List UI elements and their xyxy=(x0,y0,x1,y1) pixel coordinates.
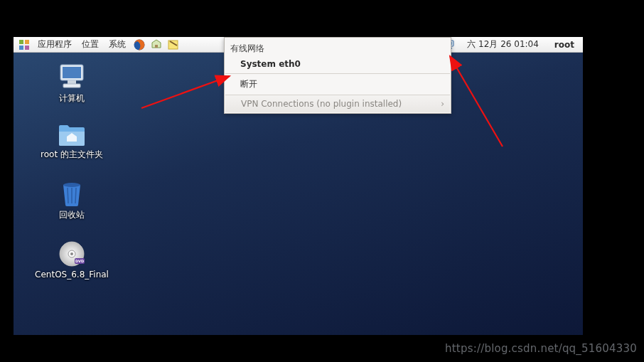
notes-icon[interactable] xyxy=(166,38,181,52)
menu-places[interactable]: 位置 xyxy=(77,38,103,50)
svg-rect-1 xyxy=(25,40,29,44)
svg-point-20 xyxy=(70,252,73,255)
desktop-trash[interactable]: 回收站 xyxy=(22,179,122,221)
desktop-trash-label: 回收站 xyxy=(59,209,85,221)
desktop-disc-label: CentOS_6.8_Final xyxy=(35,270,109,280)
nm-wired-header: 有线网络 xyxy=(225,40,451,56)
trash-icon xyxy=(59,179,85,208)
desktop-area: 应用程序 位置 系统 xyxy=(14,37,583,335)
svg-point-16 xyxy=(63,183,80,187)
dvd-icon: DVD xyxy=(58,240,86,268)
svg-rect-5 xyxy=(155,45,158,48)
network-manager-menu: 有线网络 System eth0 断开 VPN Connections (no … xyxy=(224,37,451,114)
menu-applications[interactable]: 应用程序 xyxy=(33,38,76,50)
svg-rect-15 xyxy=(63,84,80,87)
desktop-disc[interactable]: DVD CentOS_6.8_Final xyxy=(22,240,122,280)
watermark-text: https://blog.csdn.net/qq_51604330 xyxy=(445,342,637,355)
user-label[interactable]: root xyxy=(549,40,580,50)
nm-disconnect[interactable]: 断开 xyxy=(225,75,451,93)
menu-system[interactable]: 系统 xyxy=(104,38,130,50)
svg-text:DVD: DVD xyxy=(75,259,84,263)
desktop-home[interactable]: root 的主文件夹 xyxy=(22,123,122,161)
svg-rect-14 xyxy=(68,80,76,84)
desktop-computer-label: 计算机 xyxy=(59,92,85,105)
nm-vpn-submenu: VPN Connections (no plugin installed) › xyxy=(225,95,450,112)
svg-line-24 xyxy=(450,56,503,147)
svg-rect-13 xyxy=(63,67,81,78)
svg-rect-3 xyxy=(25,46,29,50)
desktop-icon-grid: 计算机 root 的主文件夹 回收站 xyxy=(22,63,122,280)
svg-rect-2 xyxy=(19,46,23,50)
svg-rect-0 xyxy=(19,40,23,44)
home-folder-icon xyxy=(57,123,87,147)
clock-label[interactable]: 六 12月 26 01:04 xyxy=(463,38,543,50)
firefox-icon[interactable] xyxy=(132,38,147,52)
svg-line-23 xyxy=(141,76,230,108)
nautilus-icon[interactable] xyxy=(149,38,164,52)
chevron-right-icon: › xyxy=(441,99,444,109)
nm-separator xyxy=(225,73,450,74)
nm-wired-connection[interactable]: System eth0 xyxy=(225,56,451,72)
desktop-home-label: root 的主文件夹 xyxy=(41,149,103,161)
system-logo-icon[interactable] xyxy=(16,38,32,52)
desktop-computer[interactable]: 计算机 xyxy=(22,63,122,105)
nm-vpn-label: VPN Connections (no plugin installed) xyxy=(241,99,402,109)
computer-icon xyxy=(56,63,87,91)
